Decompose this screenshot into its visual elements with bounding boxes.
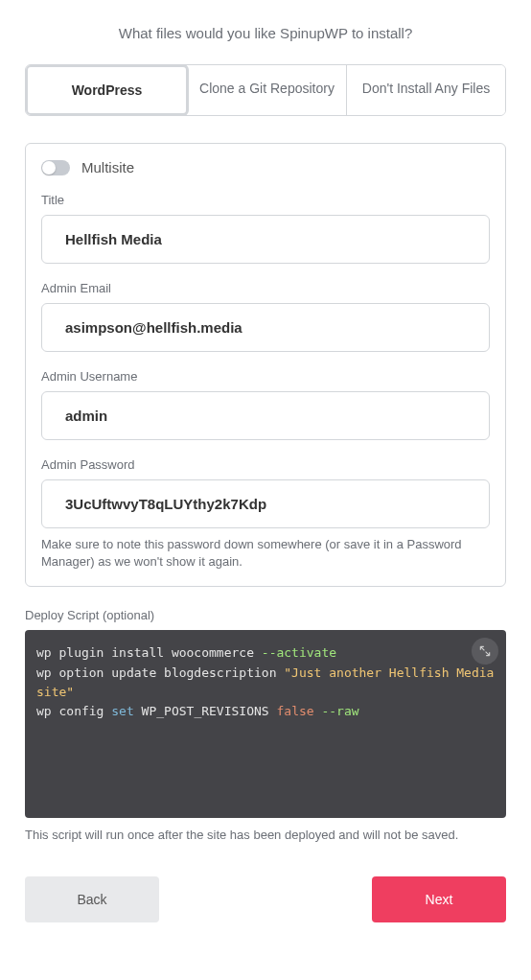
title-label: Title [41,193,490,207]
deploy-script-label: Deploy Script (optional) [25,608,506,622]
install-prompt: What files would you like SpinupWP to in… [25,25,506,41]
admin-username-input[interactable] [41,391,490,440]
admin-username-label: Admin Username [41,369,490,384]
admin-password-input[interactable] [41,479,490,528]
password-hint: Make sure to note this password down som… [41,536,490,571]
next-button[interactable]: Next [372,876,506,922]
expand-icon[interactable] [472,638,498,665]
multisite-toggle[interactable] [41,160,70,175]
deploy-script-note: This script will run once after the site… [25,828,506,842]
admin-password-label: Admin Password [41,457,490,472]
back-button[interactable]: Back [25,876,159,922]
deploy-script-editor[interactable]: wp plugin install woocommerce --activate… [25,630,506,818]
wordpress-settings-card: Multisite Title Admin Email Admin Userna… [25,143,506,587]
tab-wordpress[interactable]: WordPress [25,64,189,116]
install-type-tabs: WordPress Clone a Git Repository Don't I… [25,64,506,116]
code-line-1: wp plugin install woocommerce --activate [36,645,336,660]
admin-email-label: Admin Email [41,281,490,295]
code-line-3: wp config set WP_POST_REVISIONS false --… [36,704,359,718]
tab-no-files[interactable]: Don't Install Any Files [347,65,505,115]
tab-clone-git[interactable]: Clone a Git Repository [188,65,347,115]
wizard-nav: Back Next [25,876,506,922]
code-line-2: wp option update blogdescription "Just a… [36,665,501,699]
title-input[interactable] [41,215,490,264]
multisite-label: Multisite [81,159,134,175]
admin-email-input[interactable] [41,303,490,352]
